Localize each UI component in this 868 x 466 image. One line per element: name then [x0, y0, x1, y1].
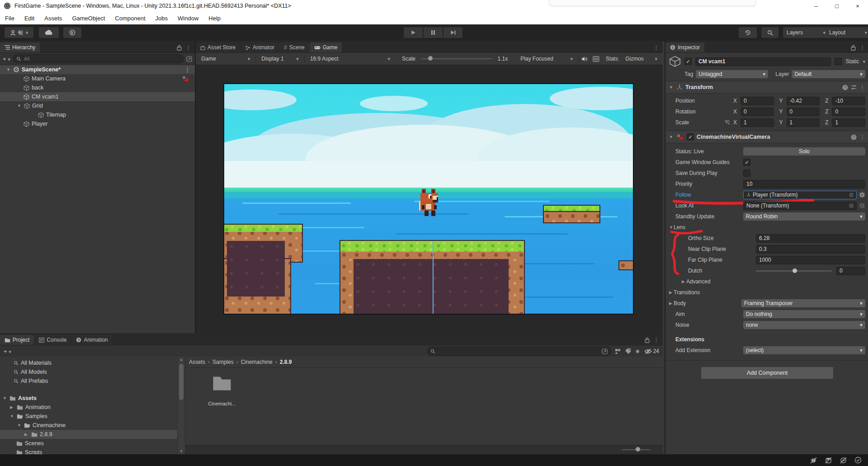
save-during-play-checkbox[interactable]: [743, 169, 750, 177]
layers-dropdown[interactable]: Layers ▾: [783, 27, 829, 38]
tab-project[interactable]: Project: [0, 335, 34, 345]
position-y-field[interactable]: -0.42: [787, 97, 820, 105]
static-dropdown-icon[interactable]: ▾: [863, 59, 865, 64]
project-search-input[interactable]: [437, 348, 600, 354]
dutch-slider[interactable]: [756, 271, 832, 271]
breadcrumb-assets[interactable]: Assets: [189, 359, 205, 365]
layout-dropdown[interactable]: Layout ▾: [826, 27, 868, 38]
minimize-button[interactable]: –: [806, 0, 826, 12]
presets-icon[interactable]: [851, 85, 857, 90]
far-clip-field[interactable]: 1000: [756, 256, 865, 264]
favorites-star-icon[interactable]: ★: [635, 348, 641, 355]
hierarchy-row-scene[interactable]: ▼ SampleScene* ⋮: [0, 65, 195, 74]
favorite-all-models[interactable]: All Models: [0, 367, 177, 377]
noise-dropdown[interactable]: none▾: [743, 321, 865, 329]
lock-icon[interactable]: [851, 45, 856, 51]
gizmos-dropdown[interactable]: Gizmos▾: [623, 54, 660, 63]
cinemachine-brain-icon[interactable]: [182, 75, 189, 82]
object-name-field[interactable]: CM vcam1: [695, 57, 831, 66]
hierarchy-row-player[interactable]: Player: [0, 119, 195, 128]
display-dropdown[interactable]: Display 1▾: [259, 54, 302, 63]
hidden-count-toggle[interactable]: 24: [644, 348, 659, 354]
project-search[interactable]: [427, 347, 611, 356]
rotation-x-field[interactable]: 0: [741, 108, 774, 116]
dutch-field[interactable]: 0: [836, 267, 865, 275]
tab-game[interactable]: Game: [310, 42, 342, 52]
collab-disabled-icon[interactable]: [840, 457, 847, 464]
transitions-foldout-row[interactable]: ▶ Transitions: [665, 287, 868, 298]
breadcrumb-289[interactable]: 2.8.9: [280, 359, 292, 365]
label-tag-icon[interactable]: [625, 348, 631, 354]
scene-picking-icon[interactable]: [186, 56, 192, 62]
scale-y-field[interactable]: 1: [787, 118, 820, 127]
breadcrumb-cinemachine[interactable]: Cinemachine: [241, 359, 273, 365]
lock-icon[interactable]: [645, 337, 650, 343]
guides-checkbox[interactable]: ✓: [743, 159, 750, 166]
create-object-button[interactable]: + ▾: [3, 56, 10, 62]
standby-update-dropdown[interactable]: Round Robin▾: [743, 212, 865, 221]
vcam-component-header[interactable]: ▼ ✓ CinemachineVirtualCamera ? ⋮: [665, 131, 868, 143]
help-icon[interactable]: ?: [851, 134, 857, 140]
tab-scene[interactable]: # Scene: [279, 42, 309, 52]
hierarchy-row-tilemap[interactable]: Tilemap: [0, 110, 195, 119]
cloud-button[interactable]: [39, 27, 59, 38]
foldout-closed-icon[interactable]: ▶: [669, 301, 674, 306]
scale-slider-knob[interactable]: [428, 56, 433, 61]
add-extension-dropdown[interactable]: (select)▾: [743, 346, 865, 354]
aim-dropdown[interactable]: Do nothing▾: [743, 310, 865, 318]
hierarchy-search-input[interactable]: [23, 56, 180, 62]
foldout-open-icon[interactable]: ▼: [669, 225, 674, 230]
hierarchy-search[interactable]: [13, 54, 184, 63]
scene-menu-icon[interactable]: ⋮: [184, 67, 190, 73]
advanced-foldout-row[interactable]: ▶ Advanced: [665, 276, 868, 287]
pause-button[interactable]: [424, 27, 443, 38]
cache-server-disabled-icon[interactable]: [825, 457, 832, 464]
game-render-canvas[interactable]: [224, 84, 633, 314]
ortho-size-field[interactable]: 6.28: [756, 234, 865, 243]
tab-asset-store[interactable]: Asset Store: [196, 42, 240, 52]
menu-jobs[interactable]: Jobs: [151, 15, 173, 22]
game-target-dropdown[interactable]: Game▾: [198, 54, 253, 63]
foldout-closed-icon[interactable]: ▶: [10, 405, 14, 410]
progress-ok-icon[interactable]: [854, 457, 862, 464]
hierarchy-row-main-camera[interactable]: Main Camera: [0, 74, 195, 83]
menu-component[interactable]: Component: [110, 15, 150, 22]
thumbnail-size-slider[interactable]: [622, 449, 650, 450]
tree-animation[interactable]: ▶ Animation: [0, 403, 177, 412]
tab-inspector[interactable]: Inspector: [665, 42, 704, 52]
create-asset-button[interactable]: + ▾: [4, 348, 11, 355]
account-button[interactable]: 银 ▾: [5, 27, 33, 38]
priority-field[interactable]: 10: [743, 180, 865, 188]
dutch-slider-knob[interactable]: [793, 268, 797, 273]
tag-dropdown[interactable]: Untagged▾: [696, 70, 768, 78]
plastic-scm-button[interactable]: [63, 27, 81, 38]
breadcrumb-samples[interactable]: Samples: [212, 359, 234, 365]
menu-help[interactable]: Help: [203, 15, 226, 22]
object-picker-icon[interactable]: ⊙: [849, 203, 854, 208]
foldout-open-icon[interactable]: ▼: [6, 67, 11, 72]
component-enabled-checkbox[interactable]: ✓: [687, 133, 694, 141]
component-menu-icon[interactable]: ⋮: [859, 85, 865, 90]
foldout-open-icon[interactable]: ▼: [669, 135, 674, 139]
scale-slider[interactable]: [421, 58, 492, 59]
favorite-all-prefabs[interactable]: All Prefabs: [0, 377, 177, 386]
foldout-open-icon[interactable]: ▼: [17, 104, 22, 108]
gear-icon[interactable]: [859, 192, 865, 198]
body-dropdown[interactable]: Framing Transposer▾: [741, 299, 865, 307]
search-everything-button[interactable]: [761, 27, 778, 38]
foldout-closed-icon[interactable]: ▶: [682, 279, 686, 284]
thumbnail-size-knob[interactable]: [636, 447, 640, 452]
menu-file[interactable]: File: [0, 15, 19, 22]
foldout-closed-icon[interactable]: ▶: [24, 432, 29, 437]
search-in-scene-icon[interactable]: [602, 348, 608, 354]
tab-animator[interactable]: Animator: [241, 42, 279, 52]
foldout-open-icon[interactable]: ▼: [10, 414, 14, 419]
position-z-field[interactable]: -10: [832, 97, 865, 105]
solo-button[interactable]: Solo: [743, 147, 865, 155]
tree-assets[interactable]: ▼ Assets: [0, 394, 177, 403]
scale-x-field[interactable]: 1: [741, 118, 774, 127]
position-x-field[interactable]: 0: [741, 97, 774, 105]
layer-dropdown[interactable]: Default▾: [792, 70, 865, 78]
scrollbar-thumb[interactable]: [179, 364, 184, 400]
debugger-detached-icon[interactable]: [810, 457, 817, 464]
